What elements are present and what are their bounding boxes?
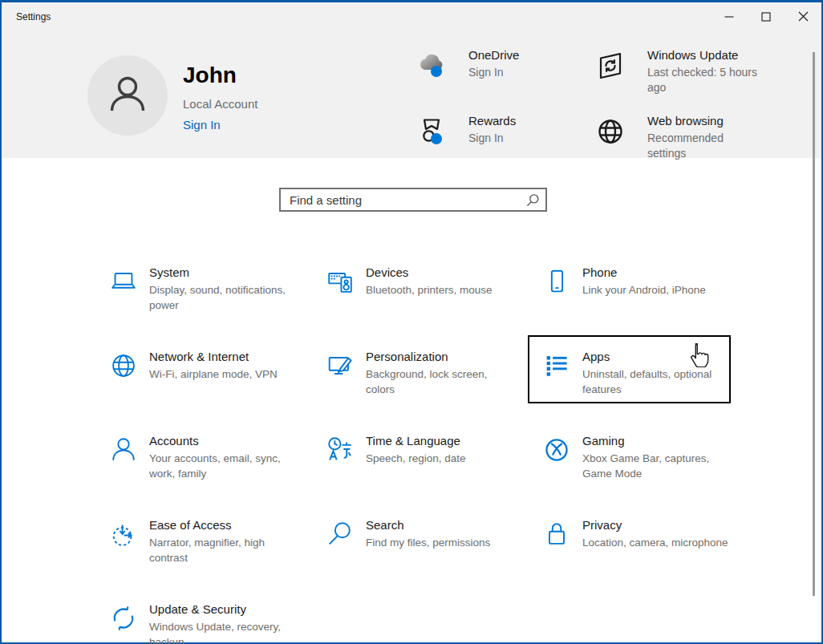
vertical-scrollbar[interactable]	[813, 52, 815, 596]
quick-item-rewards[interactable]: Rewards Sign In	[414, 112, 593, 161]
category-tile-privacy[interactable]: Privacy Location, camera, microphone	[528, 504, 731, 572]
titlebar: Settings	[2, 2, 821, 33]
maximize-button[interactable]	[748, 2, 784, 33]
laptop-icon	[108, 266, 139, 297]
devices-icon	[325, 266, 355, 297]
web-globe-icon	[593, 114, 628, 149]
quick-item-onedrive[interactable]: OneDrive Sign In	[414, 47, 593, 95]
category-tile-apps[interactable]: Apps Uninstall, defaults, optional featu…	[528, 335, 731, 403]
minimize-button[interactable]	[711, 2, 748, 33]
magnifier-icon	[325, 519, 355, 549]
category-tile-update-security[interactable]: Update & Security Windows Update, recove…	[95, 588, 298, 644]
user-info: John Local Account Sign In	[183, 63, 257, 132]
search-input[interactable]	[279, 188, 547, 212]
xbox-icon	[541, 435, 572, 465]
category-tile-system[interactable]: System Display, sound, notifications, po…	[95, 251, 298, 319]
sync-icon	[108, 603, 139, 634]
globe-icon	[108, 350, 139, 381]
phone-icon	[541, 266, 572, 297]
category-tile-ease-of-access[interactable]: Ease of Access Narrator, magnifier, high…	[95, 504, 298, 572]
lock-icon	[541, 519, 572, 549]
onedrive-cloud-icon	[414, 48, 449, 83]
avatar	[87, 55, 168, 136]
personalization-icon	[325, 350, 355, 381]
close-icon	[798, 11, 809, 24]
category-tile-time-language[interactable]: Time & Language Speech, region, date	[311, 419, 514, 488]
apps-list-icon	[541, 350, 572, 381]
quick-item-web-browsing[interactable]: Web browsing Recommended settings	[593, 112, 817, 161]
category-tile-phone[interactable]: Phone Link your Android, iPhone	[528, 251, 731, 319]
account-type-label: Local Account	[183, 97, 257, 111]
category-tile-accounts[interactable]: Accounts Your accounts, email, sync, wor…	[95, 419, 298, 488]
close-button[interactable]	[784, 2, 821, 33]
person-icon	[108, 435, 139, 465]
sign-in-link[interactable]: Sign In	[183, 118, 257, 132]
window-title: Settings	[16, 11, 51, 22]
category-tile-gaming[interactable]: Gaming Xbox Game Bar, captures, Game Mod…	[528, 419, 731, 488]
windows-update-icon	[593, 48, 628, 83]
category-tile-search[interactable]: Search Find my files, permissions	[311, 504, 514, 572]
category-tile-personalization[interactable]: Personalization Background, lock screen,…	[311, 335, 514, 403]
header-quick-items: OneDrive Sign In Windows Update Last che…	[414, 47, 817, 161]
category-tile-devices[interactable]: Devices Bluetooth, printers, mouse	[311, 251, 514, 319]
category-tile-network-internet[interactable]: Network & Internet Wi-Fi, airplane mode,…	[95, 335, 298, 403]
minimize-icon	[724, 12, 734, 24]
settings-category-grid: System Display, sound, notifications, po…	[95, 251, 731, 644]
quick-item-windows-update[interactable]: Windows Update Last checked: 5 hours ago	[593, 47, 817, 95]
header: Settings	[2, 2, 821, 158]
ease-of-access-icon	[108, 519, 139, 549]
rewards-icon	[414, 114, 449, 149]
settings-window: Settings	[0, 0, 823, 644]
search-box	[279, 188, 547, 212]
window-controls	[711, 2, 821, 33]
user-name: John	[183, 63, 257, 88]
person-icon	[104, 71, 151, 120]
maximize-icon	[761, 12, 771, 24]
time-language-icon	[325, 435, 355, 465]
